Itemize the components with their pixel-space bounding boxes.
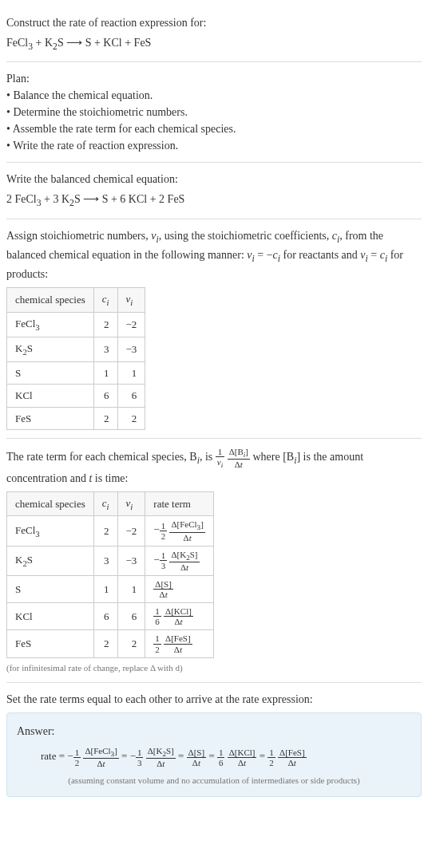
- plan-list: Balance the chemical equation. Determine…: [6, 87, 422, 154]
- balanced-intro: Write the balanced chemical equation:: [6, 171, 422, 187]
- cell-c: 2: [93, 407, 117, 430]
- plan-item: Assemble the rate term for each chemical…: [6, 120, 422, 137]
- unbalanced-equation: FeCl3 + K2S ⟶ S + KCl + FeS: [6, 34, 422, 53]
- rateterm-table: chemical species ci νi rate term FeCl32−…: [6, 491, 214, 658]
- cell-species: K2S: [7, 337, 94, 361]
- cell-nu: −3: [117, 337, 145, 361]
- col-rate: rate term: [145, 491, 213, 516]
- cell-c: 2: [93, 630, 117, 657]
- cell-species: FeS: [7, 630, 94, 657]
- cell-species: KCl: [7, 385, 94, 408]
- cell-nu: −2: [117, 516, 145, 546]
- cell-species: S: [7, 361, 94, 385]
- cell-nu: 6: [117, 603, 145, 630]
- col-ci: ci: [93, 288, 117, 313]
- cell-nu: 1: [117, 576, 145, 603]
- cell-c: 2: [93, 516, 117, 546]
- cell-c: 6: [93, 385, 117, 408]
- cell-c: 1: [93, 361, 117, 385]
- cell-rate: −13 Δ[K2S]Δt: [145, 546, 213, 575]
- answer-note: (assuming constant volume and no accumul…: [17, 774, 411, 787]
- answer-label: Answer:: [17, 723, 411, 740]
- intro-section: Construct the rate of reaction expressio…: [6, 6, 422, 62]
- table-row: FeS2212 Δ[FeS]Δt: [7, 630, 214, 657]
- cell-species: K2S: [7, 546, 94, 575]
- final-intro: Set the rate terms equal to each other t…: [6, 691, 422, 708]
- plan-title: Plan:: [6, 70, 422, 87]
- table-row: KCl66: [7, 385, 145, 408]
- table-row: FeS22: [7, 407, 145, 430]
- cell-nu: 2: [117, 630, 145, 657]
- plan-item: Balance the chemical equation.: [6, 87, 422, 104]
- cell-species: KCl: [7, 603, 94, 630]
- table-header-row: chemical species ci νi: [7, 288, 145, 313]
- cell-rate: 16 Δ[KCl]Δt: [145, 603, 213, 630]
- table-row: K2S3−3: [7, 337, 145, 361]
- rateterm-footnote: (for infinitesimal rate of change, repla…: [6, 661, 422, 675]
- intro-prompt: Construct the rate of reaction expressio…: [6, 14, 422, 31]
- stoich-table: chemical species ci νi FeCl32−2 K2S3−3 S…: [6, 287, 145, 430]
- table-row: K2S3−3−13 Δ[K2S]Δt: [7, 546, 214, 575]
- cell-c: 2: [93, 313, 117, 337]
- stoich-section: Assign stoichiometric numbers, νi, using…: [6, 219, 422, 440]
- plan-item: Write the rate of reaction expression.: [6, 137, 422, 154]
- table-row: FeCl32−2: [7, 313, 145, 337]
- plan-section: Plan: Balance the chemical equation. Det…: [6, 62, 422, 163]
- cell-nu: 1: [117, 361, 145, 385]
- rate-expression: rate = −12 Δ[FeCl3]Δt = −13 Δ[K2S]Δt = Δ…: [17, 746, 411, 768]
- cell-rate: −12 Δ[FeCl3]Δt: [145, 516, 213, 546]
- col-nui: νi: [117, 288, 145, 313]
- answer-box: Answer: rate = −12 Δ[FeCl3]Δt = −13 Δ[K2…: [6, 712, 422, 797]
- table-row: FeCl32−2−12 Δ[FeCl3]Δt: [7, 516, 214, 546]
- cell-species: FeCl3: [7, 516, 94, 546]
- rateterm-intro: The rate term for each chemical species,…: [6, 447, 422, 486]
- cell-rate: 12 Δ[FeS]Δt: [145, 630, 213, 657]
- table-row: KCl6616 Δ[KCl]Δt: [7, 603, 214, 630]
- cell-nu: 2: [117, 407, 145, 430]
- plan-item: Determine the stoichiometric numbers.: [6, 104, 422, 120]
- balanced-equation: 2 FeCl3 + 3 K2S ⟶ S + 6 KCl + 2 FeS: [6, 191, 422, 210]
- col-ci: ci: [93, 491, 117, 516]
- cell-c: 6: [93, 603, 117, 630]
- table-row: S11Δ[S]Δt: [7, 576, 214, 603]
- col-species: chemical species: [7, 288, 94, 313]
- cell-species: FeS: [7, 407, 94, 430]
- cell-species: FeCl3: [7, 313, 94, 337]
- final-section: Set the rate terms equal to each other t…: [6, 683, 422, 805]
- stoich-intro: Assign stoichiometric numbers, νi, using…: [6, 227, 422, 283]
- cell-rate: Δ[S]Δt: [145, 576, 213, 603]
- cell-c: 3: [93, 546, 117, 575]
- cell-c: 3: [93, 337, 117, 361]
- balanced-section: Write the balanced chemical equation: 2 …: [6, 163, 422, 219]
- cell-nu: −3: [117, 546, 145, 575]
- cell-nu: −2: [117, 313, 145, 337]
- rateterm-section: The rate term for each chemical species,…: [6, 439, 422, 683]
- col-species: chemical species: [7, 491, 94, 516]
- table-row: S11: [7, 361, 145, 385]
- table-header-row: chemical species ci νi rate term: [7, 491, 214, 516]
- cell-nu: 6: [117, 385, 145, 408]
- cell-c: 1: [93, 576, 117, 603]
- col-nui: νi: [117, 491, 145, 516]
- cell-species: S: [7, 576, 94, 603]
